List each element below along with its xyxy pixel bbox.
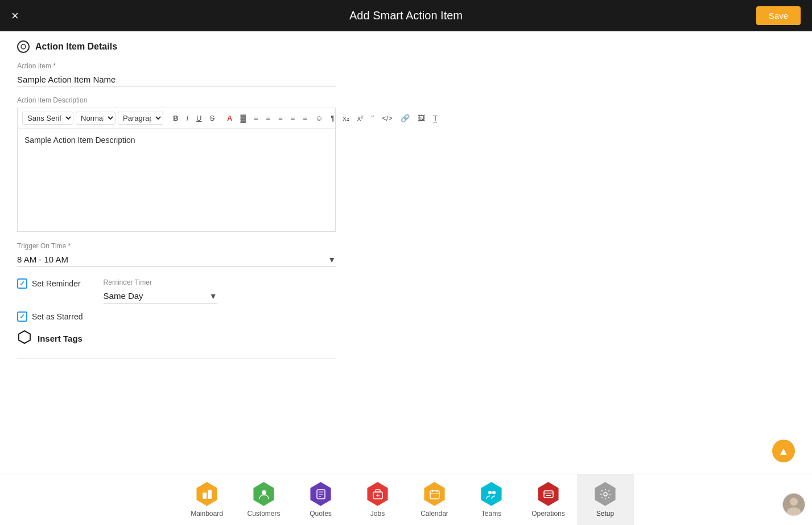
nav-label-customers: Customers [247, 510, 280, 518]
nav-item-calendar[interactable]: Calendar [406, 474, 463, 526]
svg-rect-13 [430, 491, 439, 499]
operations-icon [537, 482, 560, 506]
svg-point-0 [21, 44, 26, 49]
reminder-timer-group: Reminder Timer Same Day ▼ [104, 278, 217, 303]
hexagon-icon [17, 330, 32, 344]
code-button[interactable]: </> [379, 113, 395, 124]
scroll-up-button[interactable]: ▲ [772, 440, 795, 462]
svg-rect-21 [546, 495, 551, 496]
set-starred-checkbox[interactable]: ✓ [17, 311, 27, 322]
avatar-image [783, 494, 805, 515]
svg-marker-1 [19, 331, 30, 343]
nav-label-quotes: Quotes [310, 510, 332, 518]
section-header: Action Item Details [17, 40, 795, 53]
trigger-chevron-icon: ▼ [328, 255, 336, 264]
rich-text-editor: Sans Serif Normal Paragraph B I U S A ▓ … [17, 108, 336, 232]
superscript-button[interactable]: x² [355, 113, 366, 124]
trigger-label: Trigger On Time * [17, 242, 795, 250]
svg-point-17 [488, 491, 492, 494]
rte-toolbar: Sans Serif Normal Paragraph B I U S A ▓ … [18, 108, 335, 129]
reminder-timer-label: Reminder Timer [104, 278, 217, 286]
align-left-button[interactable]: ≡ [251, 113, 261, 124]
main-content: Action Item Details Action Item * Action… [0, 31, 812, 474]
bottom-divider [17, 358, 336, 359]
full-justify-button[interactable]: ≡ [300, 113, 310, 124]
color-button[interactable]: A [224, 113, 235, 124]
svg-rect-2 [203, 493, 207, 499]
nav-label-setup: Setup [596, 510, 614, 518]
teams-icon [480, 482, 504, 506]
nav-item-customers[interactable]: Customers [236, 474, 292, 526]
section-title: Action Item Details [35, 42, 117, 52]
mainboard-icon [195, 482, 219, 506]
underline-button[interactable]: U [193, 113, 204, 124]
header: × Add Smart Action Item Save [0, 0, 812, 31]
set-reminder-checkbox[interactable]: ✓ [17, 278, 27, 289]
action-item-input[interactable] [17, 72, 336, 87]
svg-point-18 [492, 491, 496, 494]
trigger-value: 8 AM - 10 AM [17, 255, 68, 264]
nav-item-jobs[interactable]: Jobs [349, 474, 406, 526]
customers-icon [252, 482, 276, 506]
trigger-select[interactable]: 8 AM - 10 AM ▼ [17, 252, 336, 267]
reminder-timer-chevron-icon: ▼ [209, 292, 217, 301]
svg-rect-19 [544, 491, 553, 498]
reminder-timer-value: Same Day [104, 291, 143, 301]
description-field: Action Item Description Sans Serif Norma… [17, 96, 795, 232]
bottom-nav: Mainboard Customers Quotes Jobs Calendar… [0, 474, 812, 525]
calendar-icon [423, 482, 447, 506]
strikethrough-button[interactable]: S [207, 113, 217, 124]
nav-label-jobs: Jobs [370, 510, 385, 518]
emoji-button[interactable]: ☺ [312, 113, 325, 124]
set-starred-label: Set as Starred [32, 312, 83, 321]
close-button[interactable]: × [11, 10, 19, 22]
svg-point-4 [262, 490, 266, 495]
set-starred-row: ✓ Set as Starred [17, 311, 795, 322]
font-size-select[interactable]: Normal [76, 112, 116, 125]
scroll-up-icon: ▲ [778, 445, 789, 458]
link-button[interactable]: 🔗 [398, 113, 413, 124]
nav-item-setup[interactable]: Setup [577, 474, 634, 526]
font-family-select[interactable]: Sans Serif [22, 112, 73, 125]
check-icon: ✓ [19, 280, 25, 288]
align-center-button[interactable]: ≡ [263, 113, 274, 124]
highlight-button[interactable]: ▓ [237, 113, 248, 124]
quotes-icon [309, 482, 333, 506]
bold-button[interactable]: B [170, 113, 181, 124]
action-item-label: Action Item * [17, 62, 795, 70]
image-button[interactable]: 🖼 [415, 113, 428, 124]
insert-tags-icon [17, 330, 32, 347]
svg-point-22 [604, 493, 607, 496]
nav-label-mainboard: Mainboard [191, 510, 223, 518]
action-item-field: Action Item * [17, 62, 795, 96]
insert-tags-label: Insert Tags [38, 334, 83, 343]
paragraph-mark-button[interactable]: ¶ [328, 113, 337, 124]
insert-tags-row: Insert Tags [17, 330, 795, 347]
align-justify-button[interactable]: ≡ [288, 113, 298, 124]
nav-item-teams[interactable]: Teams [463, 474, 520, 526]
check-icon-2: ✓ [19, 313, 25, 321]
paragraph-select[interactable]: Paragraph [118, 112, 163, 125]
avatar[interactable] [782, 493, 805, 516]
save-button[interactable]: Save [756, 6, 801, 25]
align-right-button[interactable]: ≡ [275, 113, 286, 124]
nav-item-mainboard[interactable]: Mainboard [179, 474, 236, 526]
nav-item-quotes[interactable]: Quotes [292, 474, 349, 526]
page-title: Add Smart Action Item [349, 9, 463, 22]
svg-rect-3 [208, 490, 212, 499]
setup-icon [593, 482, 617, 506]
clear-format-button[interactable]: T̲ [430, 113, 440, 124]
rte-content-area[interactable]: Sample Action Item Description [18, 129, 335, 231]
section-icon [17, 40, 30, 53]
set-reminder-group: ✓ Set Reminder [17, 278, 81, 289]
reminder-row: ✓ Set Reminder Reminder Timer Same Day ▼ [17, 278, 795, 303]
reminder-timer-select[interactable]: Same Day ▼ [104, 289, 217, 303]
set-reminder-label: Set Reminder [32, 279, 81, 288]
svg-point-24 [790, 498, 798, 506]
italic-button[interactable]: I [183, 113, 191, 124]
nav-item-operations[interactable]: Operations [520, 474, 577, 526]
quote-button[interactable]: " [369, 113, 377, 124]
nav-label-calendar: Calendar [421, 510, 448, 518]
description-text: Sample Action Item Description [24, 136, 135, 145]
subscript-button[interactable]: x₂ [340, 113, 352, 124]
